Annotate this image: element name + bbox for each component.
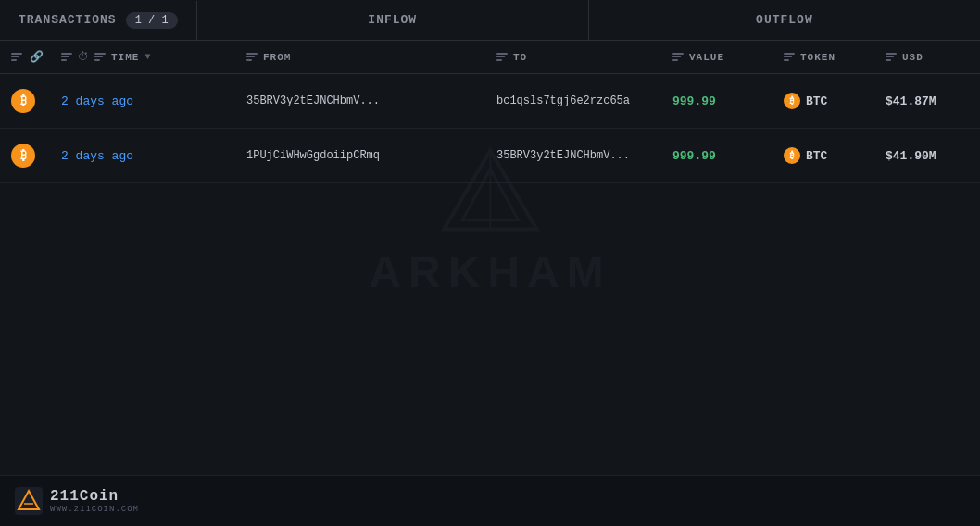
from-filter-icon[interactable] — [246, 53, 258, 61]
col-from[interactable]: FROM — [239, 52, 489, 63]
header: TRANSACTIONS 1 / 1 INFLOW OUTFLOW — [0, 0, 980, 41]
brand-url: WWW.211COIN.COM — [50, 505, 139, 514]
tab-outflow[interactable]: OUTFLOW — [589, 0, 980, 40]
row2-to[interactable]: 35BRV3y2tEJNCHbmV... — [489, 149, 665, 162]
row2-coin-icon: ₿ — [0, 144, 54, 168]
row1-token[interactable]: ₿ BTC — [776, 93, 878, 109]
column-headers: 🔗 ⏱ TIME ▼ FROM TO — [0, 41, 980, 74]
footer-logo: 211Coin WWW.211COIN.COM — [15, 487, 139, 515]
watermark-text: ARKHAM — [369, 246, 610, 297]
time-column-label: TIME — [111, 52, 139, 63]
time-chevron-icon[interactable]: ▼ — [144, 52, 150, 62]
usd-filter-icon[interactable] — [886, 53, 897, 61]
transactions-label: TRANSACTIONS — [19, 13, 117, 27]
row1-from[interactable]: 35BRV3y2tEJNCHbmV... — [239, 94, 489, 107]
clock-icon: ⏱ — [78, 50, 89, 64]
filter-icon[interactable] — [11, 53, 22, 61]
tab-transactions[interactable]: TRANSACTIONS 1 / 1 — [0, 1, 197, 40]
btc-icon-2: ₿ — [11, 144, 35, 168]
row2-usd: $41.90M — [878, 149, 980, 163]
brand-name: 211Coin — [50, 488, 139, 505]
row2-time: 2 days ago — [54, 149, 239, 163]
time-filter-icon[interactable] — [61, 53, 72, 61]
row1-to[interactable]: bc1qsls7tgj6e2rzc65a — [489, 94, 665, 107]
btc-token-icon-1: ₿ — [784, 93, 800, 109]
footer-brand-text: 211Coin WWW.211COIN.COM — [50, 488, 139, 514]
col-time[interactable]: ⏱ TIME ▼ — [54, 50, 239, 64]
to-filter-icon[interactable] — [496, 53, 508, 61]
footer: 211Coin WWW.211COIN.COM — [0, 475, 980, 526]
link-icon: 🔗 — [30, 50, 44, 64]
row2-token[interactable]: ₿ BTC — [776, 147, 878, 164]
tab-inflow[interactable]: INFLOW — [197, 0, 589, 40]
time-sort-icon[interactable] — [94, 53, 106, 61]
table-row[interactable]: ₿ 2 days ago 1PUjCiWHwGgdoiipCRmq 35BRV3… — [0, 129, 980, 183]
row2-value: 999.99 — [665, 149, 776, 163]
row1-time: 2 days ago — [54, 94, 239, 108]
col-value[interactable]: VALUE — [665, 52, 776, 63]
value-column-label: VALUE — [689, 52, 724, 63]
from-column-label: FROM — [263, 52, 291, 63]
col-token[interactable]: TOKEN — [776, 52, 878, 63]
row2-from[interactable]: 1PUjCiWHwGgdoiipCRmq — [239, 149, 489, 162]
col-usd[interactable]: USD — [878, 52, 980, 63]
token-column-label: TOKEN — [800, 52, 836, 63]
brand-icon — [15, 487, 43, 515]
table-row[interactable]: ₿ 2 days ago 35BRV3y2tEJNCHbmV... bc1qsl… — [0, 74, 980, 129]
btc-token-icon-2: ₿ — [784, 147, 800, 164]
pagination-badge: 1 / 1 — [126, 12, 178, 29]
row1-value: 999.99 — [665, 94, 776, 108]
transaction-list: ARKHAM ₿ 2 days ago 35BRV3y2tEJNCHbmV...… — [0, 74, 980, 183]
row1-usd: $41.87M — [878, 94, 980, 108]
usd-column-label: USD — [902, 52, 923, 63]
row1-coin-icon: ₿ — [0, 89, 54, 113]
to-column-label: TO — [513, 52, 527, 63]
btc-icon-1: ₿ — [11, 89, 35, 113]
token-filter-icon[interactable] — [784, 53, 795, 61]
icon-group: 🔗 — [0, 50, 54, 64]
col-to[interactable]: TO — [489, 52, 665, 63]
value-filter-icon[interactable] — [672, 53, 684, 61]
